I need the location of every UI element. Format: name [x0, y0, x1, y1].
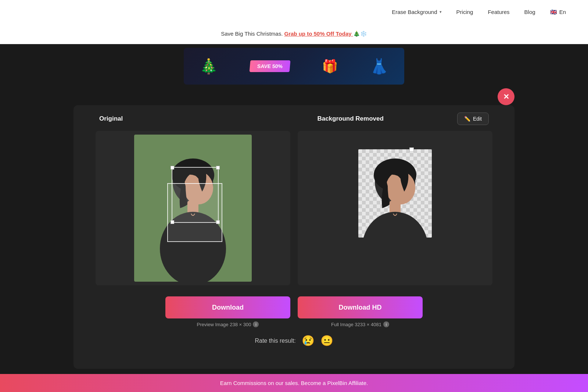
close-button[interactable]: ✕	[498, 88, 514, 105]
ad-text: SAVE 50%	[250, 60, 291, 72]
images-row	[96, 131, 492, 285]
nav-pricing[interactable]: Pricing	[456, 9, 473, 15]
edit-label: Edit	[473, 116, 482, 122]
footer-text: Earn Commissions on our sales. Become a …	[220, 380, 368, 386]
preview-caption: Preview Image 238 × 300 i	[197, 321, 259, 327]
download-button[interactable]: Download	[165, 296, 290, 318]
download-label: Download	[212, 304, 244, 311]
info-icon[interactable]: i	[253, 321, 259, 327]
edit-button[interactable]: ✏️ Edit	[457, 113, 489, 125]
nav-features-label: Features	[488, 9, 509, 15]
svg-point-8	[362, 212, 428, 282]
rate-label: Rate this result:	[255, 338, 295, 344]
original-image-panel	[96, 131, 290, 285]
removed-image-wrapper	[333, 135, 458, 282]
neutral-emoji-button[interactable]: 😐	[320, 335, 333, 347]
full-caption-text: Full Image 3233 × 4081	[331, 322, 381, 327]
flag-icon: 🇬🇧	[550, 9, 557, 15]
original-image-wrapper	[134, 135, 252, 282]
nav-blog-label: Blog	[524, 9, 535, 15]
labels-row: Original Background Removed ✏️ Edit	[96, 113, 492, 125]
close-btn-container: ✕	[0, 88, 588, 105]
buttons-row: Download Preview Image 238 × 300 i Downl…	[96, 296, 492, 327]
footer-promo: Earn Commissions on our sales. Become a …	[0, 374, 588, 392]
preview-caption-text: Preview Image 238 × 300	[197, 322, 251, 327]
download-hd-button[interactable]: Download HD	[298, 296, 423, 318]
nav-erase-background[interactable]: Erase Background ▾	[392, 9, 441, 15]
svg-point-3	[160, 212, 226, 282]
promo-banner: Save Big This Christmas. Grab up to 50% …	[0, 24, 588, 44]
promo-emojis: 🎄❄️	[353, 31, 367, 37]
main-content: Original Background Removed ✏️ Edit	[74, 105, 514, 369]
language-selector[interactable]: 🇬🇧 En	[550, 9, 566, 15]
person-svg-removed	[333, 135, 458, 282]
nav-erase-label: Erase Background	[392, 9, 437, 15]
nav-features[interactable]: Features	[488, 9, 509, 15]
download-hd-group: Download HD Full Image 3233 × 4081 i	[298, 296, 423, 327]
info-icon-hd[interactable]: i	[383, 321, 389, 327]
navigation: Erase Background ▾ Pricing Features Blog…	[0, 0, 588, 24]
nav-pricing-label: Pricing	[456, 9, 473, 15]
download-hd-label: Download HD	[339, 304, 382, 311]
person-svg-original	[134, 135, 252, 282]
removed-bg-image-panel	[298, 131, 492, 285]
original-label: Original	[99, 115, 123, 122]
rate-section: Rate this result: 😢 😐	[96, 335, 492, 347]
ad-area: 🎄 SAVE 50% 🎁 👗	[0, 44, 588, 92]
promo-link-text: Grab up to 50% Off Today	[284, 31, 352, 37]
language-label: En	[559, 9, 566, 15]
sad-emoji: 😢	[302, 335, 315, 346]
full-caption: Full Image 3233 × 4081 i	[331, 321, 389, 327]
promo-link[interactable]: Grab up to 50% Off Today	[284, 31, 353, 37]
chevron-down-icon: ▾	[440, 10, 442, 14]
removed-label: Background Removed	[317, 115, 383, 122]
neutral-emoji: 😐	[320, 335, 333, 346]
gift-icon: 🎁	[322, 59, 338, 74]
sad-emoji-button[interactable]: 😢	[302, 335, 315, 347]
promo-text: Save Big This Christmas.	[221, 31, 283, 37]
tree-icon: 🎄	[200, 58, 218, 75]
nav-blog[interactable]: Blog	[524, 9, 535, 15]
figure-icon: 👗	[370, 58, 388, 75]
original-green-bg	[134, 135, 252, 282]
ad-banner: 🎄 SAVE 50% 🎁 👗	[184, 48, 404, 85]
download-free-group: Download Preview Image 238 × 300 i	[165, 296, 290, 327]
pencil-icon: ✏️	[464, 116, 470, 122]
